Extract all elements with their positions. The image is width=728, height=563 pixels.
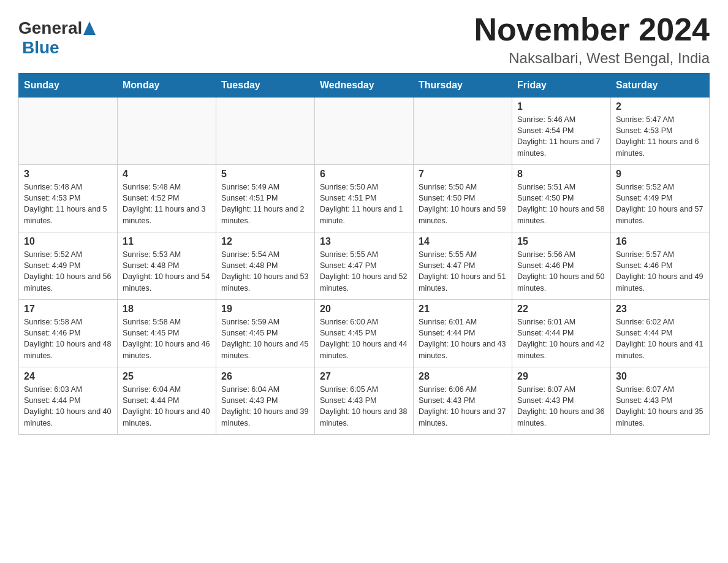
day-number: 25 <box>123 371 211 382</box>
calendar-header-saturday: Saturday <box>611 74 710 98</box>
day-info: Sunrise: 5:58 AMSunset: 4:46 PMDaylight:… <box>24 316 112 361</box>
day-info: Sunrise: 5:49 AMSunset: 4:51 PMDaylight:… <box>221 182 309 226</box>
calendar-cell <box>118 98 216 165</box>
day-number: 14 <box>419 236 507 247</box>
day-info: Sunrise: 5:50 AMSunset: 4:51 PMDaylight:… <box>320 182 408 226</box>
day-number: 21 <box>419 304 507 315</box>
calendar-cell: 12Sunrise: 5:54 AMSunset: 4:48 PMDayligh… <box>216 232 315 300</box>
calendar-header-tuesday: Tuesday <box>216 74 315 98</box>
day-info: Sunrise: 5:54 AMSunset: 4:48 PMDaylight:… <box>221 249 309 294</box>
calendar-cell: 18Sunrise: 5:58 AMSunset: 4:45 PMDayligh… <box>118 300 216 367</box>
calendar-cell: 3Sunrise: 5:48 AMSunset: 4:53 PMDaylight… <box>19 165 118 232</box>
day-info: Sunrise: 5:46 AMSunset: 4:54 PMDaylight:… <box>517 114 605 159</box>
logo-triangle-icon <box>83 18 96 38</box>
day-number: 24 <box>24 371 112 382</box>
calendar-header-wednesday: Wednesday <box>315 74 414 98</box>
calendar-week-row: 3Sunrise: 5:48 AMSunset: 4:53 PMDaylight… <box>19 165 710 232</box>
calendar-header-thursday: Thursday <box>414 74 512 98</box>
day-number: 2 <box>616 101 704 112</box>
calendar-cell: 2Sunrise: 5:47 AMSunset: 4:53 PMDaylight… <box>611 98 710 165</box>
calendar-cell: 1Sunrise: 5:46 AMSunset: 4:54 PMDaylight… <box>512 98 611 165</box>
day-number: 29 <box>517 371 605 382</box>
day-number: 8 <box>517 169 605 180</box>
day-info: Sunrise: 5:55 AMSunset: 4:47 PMDaylight:… <box>320 249 408 294</box>
day-info: Sunrise: 5:51 AMSunset: 4:50 PMDaylight:… <box>517 182 605 226</box>
day-info: Sunrise: 5:58 AMSunset: 4:45 PMDaylight:… <box>123 316 211 361</box>
day-number: 5 <box>221 169 309 180</box>
day-number: 22 <box>517 304 605 315</box>
calendar-table: SundayMondayTuesdayWednesdayThursdayFrid… <box>18 73 710 435</box>
calendar-cell: 4Sunrise: 5:48 AMSunset: 4:52 PMDaylight… <box>118 165 216 232</box>
day-number: 23 <box>616 304 704 315</box>
calendar-cell <box>216 98 315 165</box>
location-subtitle: Naksalbari, West Bengal, India <box>474 50 710 67</box>
day-number: 20 <box>320 304 408 315</box>
page-header: General Blue November 2024 Naksalbari, W… <box>18 12 710 67</box>
day-number: 19 <box>221 304 309 315</box>
calendar-cell: 19Sunrise: 5:59 AMSunset: 4:45 PMDayligh… <box>216 300 315 367</box>
calendar-cell <box>414 98 512 165</box>
calendar-cell <box>315 98 414 165</box>
calendar-cell: 9Sunrise: 5:52 AMSunset: 4:49 PMDaylight… <box>611 165 710 232</box>
day-info: Sunrise: 6:07 AMSunset: 4:43 PMDaylight:… <box>517 384 605 429</box>
calendar-header-monday: Monday <box>118 74 216 98</box>
calendar-header-sunday: Sunday <box>19 74 118 98</box>
calendar-cell: 29Sunrise: 6:07 AMSunset: 4:43 PMDayligh… <box>512 367 611 435</box>
day-number: 11 <box>123 236 211 247</box>
day-info: Sunrise: 5:55 AMSunset: 4:47 PMDaylight:… <box>419 249 507 294</box>
day-number: 30 <box>616 371 704 382</box>
day-number: 13 <box>320 236 408 247</box>
day-info: Sunrise: 5:57 AMSunset: 4:46 PMDaylight:… <box>616 249 704 294</box>
calendar-cell: 22Sunrise: 6:01 AMSunset: 4:44 PMDayligh… <box>512 300 611 367</box>
calendar-cell: 30Sunrise: 6:07 AMSunset: 4:43 PMDayligh… <box>611 367 710 435</box>
calendar-cell: 5Sunrise: 5:49 AMSunset: 4:51 PMDaylight… <box>216 165 315 232</box>
day-info: Sunrise: 6:07 AMSunset: 4:43 PMDaylight:… <box>616 384 704 429</box>
day-number: 18 <box>123 304 211 315</box>
svg-marker-0 <box>83 21 96 35</box>
day-number: 6 <box>320 169 408 180</box>
day-info: Sunrise: 6:03 AMSunset: 4:44 PMDaylight:… <box>24 384 112 429</box>
day-number: 9 <box>616 169 704 180</box>
calendar-header-row: SundayMondayTuesdayWednesdayThursdayFrid… <box>19 74 710 98</box>
month-year-title: November 2024 <box>474 12 710 47</box>
day-number: 28 <box>419 371 507 382</box>
title-block: November 2024 Naksalbari, West Bengal, I… <box>474 12 710 67</box>
calendar-header-friday: Friday <box>512 74 611 98</box>
calendar-cell: 17Sunrise: 5:58 AMSunset: 4:46 PMDayligh… <box>19 300 118 367</box>
calendar-cell: 6Sunrise: 5:50 AMSunset: 4:51 PMDaylight… <box>315 165 414 232</box>
day-info: Sunrise: 6:01 AMSunset: 4:44 PMDaylight:… <box>517 316 605 361</box>
day-info: Sunrise: 6:05 AMSunset: 4:43 PMDaylight:… <box>320 384 408 429</box>
calendar-cell: 23Sunrise: 6:02 AMSunset: 4:44 PMDayligh… <box>611 300 710 367</box>
day-info: Sunrise: 6:04 AMSunset: 4:44 PMDaylight:… <box>123 384 211 429</box>
day-info: Sunrise: 5:52 AMSunset: 4:49 PMDaylight:… <box>24 249 112 294</box>
day-info: Sunrise: 5:48 AMSunset: 4:53 PMDaylight:… <box>24 182 112 226</box>
calendar-week-row: 10Sunrise: 5:52 AMSunset: 4:49 PMDayligh… <box>19 232 710 300</box>
logo: General Blue <box>18 18 94 58</box>
day-info: Sunrise: 5:59 AMSunset: 4:45 PMDaylight:… <box>221 316 309 361</box>
day-info: Sunrise: 6:01 AMSunset: 4:44 PMDaylight:… <box>419 316 507 361</box>
calendar-cell: 16Sunrise: 5:57 AMSunset: 4:46 PMDayligh… <box>611 232 710 300</box>
calendar-cell: 8Sunrise: 5:51 AMSunset: 4:50 PMDaylight… <box>512 165 611 232</box>
calendar-week-row: 17Sunrise: 5:58 AMSunset: 4:46 PMDayligh… <box>19 300 710 367</box>
day-info: Sunrise: 5:47 AMSunset: 4:53 PMDaylight:… <box>616 114 704 159</box>
day-info: Sunrise: 5:53 AMSunset: 4:48 PMDaylight:… <box>123 249 211 294</box>
day-number: 17 <box>24 304 112 315</box>
calendar-cell: 13Sunrise: 5:55 AMSunset: 4:47 PMDayligh… <box>315 232 414 300</box>
calendar-cell: 15Sunrise: 5:56 AMSunset: 4:46 PMDayligh… <box>512 232 611 300</box>
calendar-cell: 27Sunrise: 6:05 AMSunset: 4:43 PMDayligh… <box>315 367 414 435</box>
day-info: Sunrise: 5:56 AMSunset: 4:46 PMDaylight:… <box>517 249 605 294</box>
day-number: 3 <box>24 169 112 180</box>
calendar-cell: 25Sunrise: 6:04 AMSunset: 4:44 PMDayligh… <box>118 367 216 435</box>
day-number: 10 <box>24 236 112 247</box>
day-info: Sunrise: 6:00 AMSunset: 4:45 PMDaylight:… <box>320 316 408 361</box>
calendar-cell: 26Sunrise: 6:04 AMSunset: 4:43 PMDayligh… <box>216 367 315 435</box>
day-info: Sunrise: 5:48 AMSunset: 4:52 PMDaylight:… <box>123 182 211 226</box>
day-info: Sunrise: 6:02 AMSunset: 4:44 PMDaylight:… <box>616 316 704 361</box>
day-info: Sunrise: 6:06 AMSunset: 4:43 PMDaylight:… <box>419 384 507 429</box>
calendar-cell: 10Sunrise: 5:52 AMSunset: 4:49 PMDayligh… <box>19 232 118 300</box>
day-number: 27 <box>320 371 408 382</box>
logo-general-text: General <box>18 18 94 38</box>
calendar-cell: 28Sunrise: 6:06 AMSunset: 4:43 PMDayligh… <box>414 367 512 435</box>
calendar-week-row: 1Sunrise: 5:46 AMSunset: 4:54 PMDaylight… <box>19 98 710 165</box>
day-number: 26 <box>221 371 309 382</box>
